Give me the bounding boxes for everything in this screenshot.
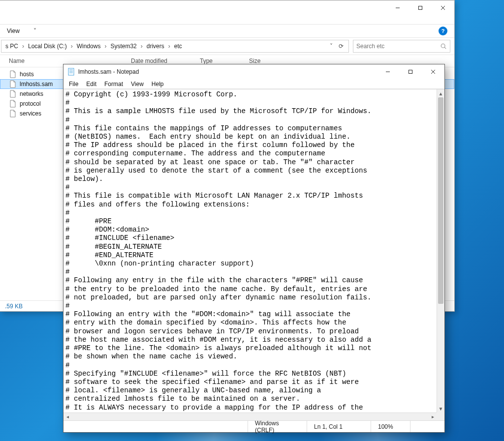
chevron-right-icon: › — [103, 43, 107, 50]
chevron-right-icon: › — [140, 43, 144, 50]
file-name: services — [20, 110, 41, 117]
notepad-menubar: File Edit Format View Help — [63, 79, 444, 89]
hscroll-track[interactable] — [71, 413, 429, 420]
svg-rect-1 — [419, 6, 422, 10]
breadcrumb-item[interactable]: s PC — [3, 43, 20, 50]
vertical-scrollbar[interactable]: ▲ ▼ — [437, 89, 444, 412]
breadcrumb[interactable]: s PC›Local Disk (C:)›Windows›System32›dr… — [1, 40, 349, 53]
explorer-address-row: s PC›Local Disk (C:)›Windows›System32›dr… — [0, 38, 454, 55]
search-icon[interactable] — [440, 43, 447, 50]
status-encoding: Windows (CRLF) — [248, 421, 307, 432]
help-icon[interactable]: ? — [439, 27, 447, 35]
refresh-icon[interactable]: ⟳ — [336, 43, 346, 50]
scroll-track[interactable] — [437, 97, 444, 405]
column-date[interactable]: Date modified — [126, 58, 195, 64]
file-icon — [9, 110, 17, 118]
scroll-corner — [437, 412, 444, 420]
ribbon-tab-view[interactable]: View — [7, 28, 20, 34]
chevron-right-icon: › — [70, 43, 74, 50]
scroll-right-icon[interactable]: ▸ — [429, 413, 437, 420]
svg-line-5 — [444, 47, 446, 49]
status-position: Ln 1, Col 1 — [307, 421, 371, 432]
status-zoom: 100% — [371, 421, 410, 432]
explorer-minimize-button[interactable] — [386, 0, 409, 15]
scroll-down-icon[interactable]: ▼ — [437, 405, 444, 412]
notepad-statusbar: Windows (CRLF) Ln 1, Col 1 100% — [63, 420, 444, 432]
horizontal-scrollbar[interactable]: ◂ ▸ — [63, 412, 437, 420]
search-input[interactable] — [356, 43, 440, 50]
notepad-title: lmhosts.sam - Notepad — [78, 68, 377, 75]
notepad-app-icon — [67, 68, 75, 76]
status-pad — [410, 421, 444, 432]
menu-view[interactable]: View — [127, 80, 147, 88]
notepad-maximize-button[interactable] — [399, 64, 422, 79]
svg-point-4 — [441, 44, 445, 48]
breadcrumb-item[interactable]: System32 — [108, 43, 138, 50]
breadcrumb-item[interactable]: drivers — [145, 43, 166, 50]
ribbon-expand-icon[interactable]: ˅ — [33, 28, 36, 34]
column-type[interactable]: Type — [195, 58, 244, 64]
file-name: hosts — [20, 71, 34, 78]
notepad-text-area[interactable]: # Copyright (c) 1993-1999 Microsoft Corp… — [63, 89, 437, 412]
column-size[interactable]: Size — [244, 58, 284, 64]
file-icon — [9, 70, 17, 78]
file-icon — [9, 80, 17, 88]
explorer-titlebar[interactable] — [0, 0, 454, 24]
breadcrumb-dropdown-icon[interactable]: ˅ — [328, 43, 335, 50]
scroll-up-icon[interactable]: ▲ — [437, 89, 444, 97]
breadcrumb-item[interactable]: etc — [172, 43, 184, 50]
file-name: networks — [20, 90, 43, 97]
file-name: protocol — [20, 100, 41, 107]
file-name: lmhosts.sam — [20, 81, 53, 88]
scroll-left-icon[interactable]: ◂ — [63, 413, 71, 420]
search-box[interactable] — [353, 40, 450, 53]
status-size: .59 KB — [5, 303, 23, 310]
breadcrumb-item[interactable]: Local Disk (C:) — [26, 43, 69, 50]
explorer-ribbon: View ˅ ? — [0, 24, 454, 38]
menu-file[interactable]: File — [65, 80, 82, 88]
scroll-thumb[interactable] — [438, 97, 443, 304]
svg-rect-11 — [409, 70, 412, 74]
menu-format[interactable]: Format — [101, 80, 126, 88]
file-icon — [9, 100, 17, 108]
svg-rect-6 — [68, 68, 74, 75]
explorer-maximize-button[interactable] — [409, 0, 432, 15]
breadcrumb-item[interactable]: Windows — [75, 43, 103, 50]
notepad-text-area-wrap: # Copyright (c) 1993-1999 Microsoft Corp… — [63, 89, 444, 420]
chevron-right-icon: › — [21, 43, 25, 50]
notepad-close-button[interactable] — [422, 64, 444, 79]
desktop: View ˅ ? s PC›Local Disk (C:)›Windows›Sy… — [0, 0, 504, 441]
notepad-titlebar[interactable]: lmhosts.sam - Notepad — [63, 64, 444, 79]
menu-edit[interactable]: Edit — [83, 80, 100, 88]
column-name[interactable]: Name — [0, 58, 126, 64]
menu-help[interactable]: Help — [148, 80, 167, 88]
notepad-minimize-button[interactable] — [377, 64, 399, 79]
chevron-right-icon: › — [167, 43, 171, 50]
notepad-window: lmhosts.sam - Notepad File Edit Format V… — [63, 64, 445, 433]
explorer-close-button[interactable] — [432, 0, 454, 15]
file-icon — [9, 90, 17, 98]
